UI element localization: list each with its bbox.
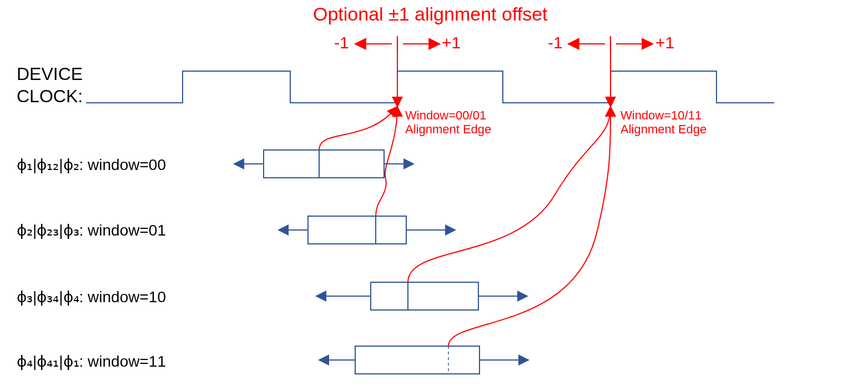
svg-rect-14	[376, 216, 406, 244]
clock-waveform	[86, 71, 774, 103]
svg-rect-17	[371, 282, 408, 310]
svg-rect-13	[308, 216, 376, 244]
svg-rect-10	[319, 150, 384, 178]
svg-rect-18	[408, 282, 478, 310]
svg-rect-9	[264, 150, 319, 178]
svg-rect-21	[355, 346, 480, 374]
diagram-svg	[0, 0, 868, 390]
